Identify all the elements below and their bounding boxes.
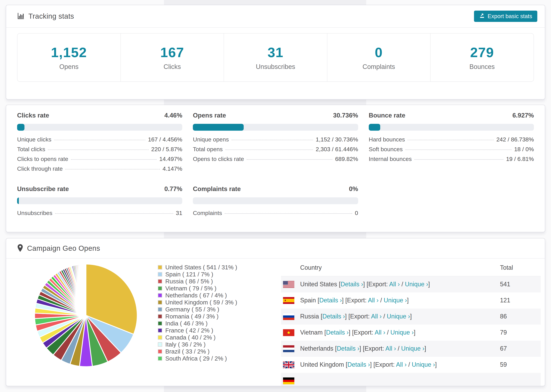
details-link[interactable]: Details › [340,281,363,288]
details-link[interactable]: Details › [322,313,345,320]
legend-item: Vietnam ( 79 / 5% ) [158,285,237,292]
rate-panel-opens-rate: Opens rate30.736%Unique opens1,152 / 30.… [193,112,358,175]
rate-detail-label: Total clicks [17,146,45,153]
legend-label: Germany ( 55 / 3% ) [165,306,219,313]
legend-label: Russia ( 86 / 5% ) [165,278,213,285]
legend-swatch [158,300,162,305]
export-unique-link[interactable]: Unique › [405,281,428,288]
summary-stats-box: 1,152Opens167Clicks31Unsubscribes0Compla… [17,33,534,82]
rate-detail-label: Soft bounces [369,146,403,153]
rate-detail-label: Clicks to opens rate [17,156,68,162]
rate-detail-label: Click through rate [17,165,63,172]
legend-item: Germany ( 55 / 3% ) [158,306,237,313]
closing-bracket: ] [414,329,416,336]
bar-chart-icon [17,12,25,20]
rate-panel-header: Unsubscribe rate0.77% [17,185,182,193]
legend-label: Netherlands ( 67 / 4% ) [165,292,227,299]
table-row: United States [Details ›] [Export: All ›… [281,276,541,293]
country-total: 541 [500,281,510,288]
link-separator: / [381,313,387,320]
closing-bracket: ] [424,345,426,352]
stat-label: Bounces [469,63,495,70]
country-name: Vietnam [ [300,329,326,336]
export-all-link[interactable]: All › [368,297,379,304]
country-links-line: Netherlands [Details ›] [Export: All › /… [300,345,426,352]
stat-label: Clicks [164,63,181,70]
export-unique-link[interactable]: Unique › [390,329,414,336]
rate-panel-title: Bounce rate [369,112,405,119]
export-all-link[interactable]: All › [389,281,400,288]
geo-table-header-total: Total [500,264,513,271]
export-all-link[interactable]: All › [371,313,381,320]
legend-label: Brazil ( 33 / 2% ) [165,348,210,355]
details-link[interactable]: Details › [326,329,349,336]
stat-value: 0 [375,45,383,60]
rate-panel-header: Clicks rate4.46% [17,112,182,119]
tracking-stats-card: Tracking stats Export basic stats 1,152O… [6,5,545,99]
legend-item: United States ( 541 / 31% ) [158,264,237,271]
table-row: Vietnam [Details ›] [Export: All › / Uni… [281,325,541,341]
link-separator: / [396,345,401,352]
rate-panel-value: 30.736% [333,112,358,119]
export-unique-link[interactable]: Unique › [387,313,410,320]
stat-value: 167 [160,45,184,60]
export-all-link[interactable]: All › [396,361,407,368]
link-separator: / [379,297,384,304]
flag-icon-gb [283,361,294,368]
export-icon [479,13,485,20]
rate-detail-value: 0 [355,210,358,216]
country-links-line: Vietnam [Details ›] [Export: All › / Uni… [300,329,416,336]
legend-swatch [158,321,162,326]
legend-swatch [158,265,162,270]
stat-value: 31 [268,45,283,60]
details-link[interactable]: Details › [347,361,370,368]
rate-progress-fill [369,124,380,131]
stat-label: Opens [59,63,78,70]
export-all-link[interactable]: All › [385,345,396,352]
legend-label: Italy ( 36 / 2% ) [165,341,205,348]
legend-label: United States ( 541 / 31% ) [165,264,237,271]
geo-header: Campaign Geo Opens [6,238,545,259]
country-total: 86 [500,313,507,320]
legend-swatch [158,314,162,319]
table-row: Russia [Details ›] [Export: All › / Uniq… [281,308,541,325]
export-prefix: ] [Export: [349,329,374,336]
rate-detail-value: 2,303 / 61.446% [316,146,358,153]
country-name: Spain [ [300,297,319,304]
flag-icon-ru [283,313,294,320]
export-prefix: ] [Export: [345,313,371,320]
legend-item: South Africa ( 29 / 2% ) [158,355,237,362]
details-link[interactable]: Details › [319,297,342,304]
rate-panel-title: Unsubscribe rate [17,185,69,193]
rate-detail-rows: Unsubscribes31 [17,210,182,219]
legend-label: Vietnam ( 79 / 5% ) [165,285,216,292]
map-pin-icon [17,244,23,253]
legend-label: United Kingdom ( 59 / 3% ) [165,299,237,306]
stat-column: 0Complaints [327,34,431,81]
export-unique-link[interactable]: Unique › [384,297,407,304]
rate-detail-value: 1,152 / 30.736% [316,136,358,143]
legend-label: South Africa ( 29 / 2% ) [165,355,227,362]
export-prefix: ] [Export: [363,281,389,288]
stat-column: 31Unsubscribes [224,34,327,81]
pie-slice-other [85,264,86,315]
export-unique-link[interactable]: Unique › [401,345,424,352]
country-name: Netherlands [ [300,345,337,352]
details-link[interactable]: Details › [337,345,359,352]
closing-bracket: ] [428,281,430,288]
dotted-leader [71,159,157,160]
dotted-leader [225,149,313,150]
export-all-link[interactable]: All › [375,329,385,336]
rate-panel-value: 4.46% [164,112,182,119]
export-unique-link[interactable]: Unique › [412,361,435,368]
export-basic-stats-button[interactable]: Export basic stats [474,11,537,22]
country-name: United States [ [300,281,340,288]
rate-detail-row: Soft bounces18 / 0% [369,146,534,156]
country-links-line: United Kingdom [Details ›] [Export: All … [300,361,437,368]
dotted-leader [48,149,148,150]
dotted-leader [65,169,160,169]
rate-detail-row: Unsubscribes31 [17,210,182,219]
export-prefix: ] [Export: [342,297,368,304]
legend-swatch [158,307,162,312]
rate-detail-label: Total opens [193,146,223,153]
